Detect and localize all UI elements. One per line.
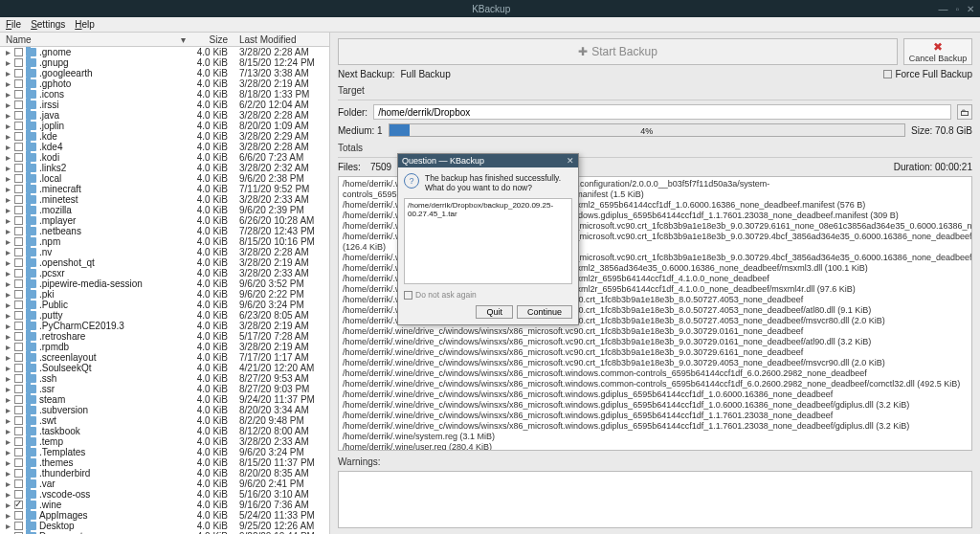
expand-icon[interactable]: ▸ (6, 457, 13, 468)
expand-icon[interactable]: ▸ (6, 321, 13, 331)
row-checkbox[interactable] (14, 90, 23, 99)
tree-row[interactable]: ▸.putty4.0 KiB6/23/20 8:05 AM (0, 310, 329, 321)
row-checkbox[interactable] (14, 290, 23, 299)
tree-row[interactable]: ▸.kde44.0 KiB3/28/20 2:28 AM (0, 142, 329, 152)
tree-row[interactable]: ▸.icons4.0 KiB8/18/20 1:33 PM (0, 89, 329, 100)
menu-file[interactable]: File (6, 19, 21, 30)
row-checkbox[interactable] (14, 522, 23, 530)
row-checkbox[interactable] (14, 237, 23, 246)
tree-row[interactable]: ▸.wine4.0 KiB9/16/20 7:36 AM (0, 500, 329, 510)
expand-icon[interactable]: ▸ (6, 89, 13, 100)
tree-row[interactable]: ▸.rpmdb4.0 KiB3/28/20 2:19 AM (0, 342, 329, 352)
dialog-close-icon[interactable]: ✕ (567, 156, 574, 166)
row-checkbox[interactable] (14, 364, 23, 372)
tree-row[interactable]: ▸.links24.0 KiB3/28/20 2:32 AM (0, 163, 329, 173)
expand-icon[interactable]: ▸ (6, 289, 13, 300)
row-checkbox[interactable] (14, 300, 23, 309)
menu-settings[interactable]: Settings (31, 19, 65, 30)
expand-icon[interactable]: ▸ (6, 68, 13, 78)
tree-row[interactable]: ▸.mozilla4.0 KiB9/6/20 2:39 PM (0, 205, 329, 215)
row-checkbox[interactable] (14, 195, 23, 204)
force-full-checkbox[interactable] (883, 70, 892, 78)
expand-icon[interactable]: ▸ (6, 257, 13, 268)
folder-input[interactable] (373, 104, 951, 120)
col-modified[interactable]: Last Modified (234, 34, 329, 45)
expand-icon[interactable]: ▸ (6, 47, 13, 57)
row-checkbox[interactable] (14, 322, 23, 330)
expand-icon[interactable]: ▸ (6, 100, 13, 110)
row-checkbox[interactable] (14, 458, 23, 467)
tree-row[interactable]: ▸.ssh4.0 KiB8/27/20 9:53 AM (0, 373, 329, 384)
row-checkbox[interactable] (14, 353, 23, 362)
row-checkbox[interactable] (14, 58, 23, 67)
expand-icon[interactable]: ▸ (6, 152, 13, 163)
row-checkbox[interactable] (14, 448, 23, 456)
row-checkbox[interactable] (14, 385, 23, 393)
dialog-path-box[interactable]: /home/derrik/Dropbox/backup_2020.09.25-0… (404, 198, 572, 284)
expand-icon[interactable]: ▸ (6, 394, 13, 405)
row-checkbox[interactable] (14, 185, 23, 193)
col-size[interactable]: Size (186, 34, 234, 45)
tree-row[interactable]: ▸.temp4.0 KiB3/28/20 2:33 AM (0, 436, 329, 447)
expand-icon[interactable]: ▸ (6, 300, 13, 310)
dialog-titlebar[interactable]: Question — KBackup ✕ (398, 154, 578, 167)
expand-icon[interactable]: ▸ (6, 384, 13, 394)
row-checkbox[interactable] (14, 164, 23, 172)
tree-row[interactable]: ▸.gnome4.0 KiB3/28/20 2:28 AM (0, 47, 329, 57)
expand-icon[interactable]: ▸ (6, 163, 13, 173)
tree-row[interactable]: ▸.kde4.0 KiB3/28/20 2:29 AM (0, 131, 329, 142)
tree-row[interactable]: ▸.mplayer4.0 KiB6/26/20 10:28 AM (0, 215, 329, 226)
tree-body[interactable]: ▸.gnome4.0 KiB3/28/20 2:28 AM▸.gnupg4.0 … (0, 47, 329, 534)
row-checkbox[interactable] (14, 216, 23, 225)
row-checkbox[interactable] (14, 490, 23, 499)
expand-icon[interactable]: ▸ (6, 110, 13, 121)
expand-icon[interactable]: ▸ (6, 57, 13, 68)
row-checkbox[interactable] (14, 343, 23, 351)
expand-icon[interactable]: ▸ (6, 510, 13, 521)
row-checkbox[interactable] (14, 48, 23, 56)
tree-row[interactable]: ▸.swt4.0 KiB8/2/20 9:48 PM (0, 415, 329, 426)
expand-icon[interactable]: ▸ (6, 405, 13, 415)
tree-row[interactable]: ▸.themes4.0 KiB8/15/20 11:37 PM (0, 457, 329, 468)
tree-row[interactable]: ▸AppImages4.0 KiB5/24/20 11:33 PM (0, 510, 329, 521)
continue-button[interactable]: Continue (517, 305, 572, 319)
row-checkbox[interactable] (14, 206, 23, 214)
row-checkbox[interactable] (14, 479, 23, 488)
row-checkbox[interactable] (14, 258, 23, 267)
folder-browse-button[interactable]: 🗀 (957, 104, 972, 120)
min-icon[interactable]: — (938, 4, 947, 14)
expand-icon[interactable]: ▸ (6, 236, 13, 247)
row-checkbox[interactable] (14, 153, 23, 162)
expand-icon[interactable]: ▸ (6, 426, 13, 436)
tree-row[interactable]: ▸.openshot_qt4.0 KiB3/28/20 2:19 AM (0, 257, 329, 268)
row-checkbox[interactable] (14, 406, 23, 414)
expand-icon[interactable]: ▸ (6, 478, 13, 489)
tree-row[interactable]: ▸.netbeans4.0 KiB7/28/20 12:43 PM (0, 226, 329, 236)
row-checkbox[interactable] (14, 374, 23, 383)
menu-help[interactable]: Help (75, 19, 95, 30)
tree-row[interactable]: ▸.minetest4.0 KiB3/28/20 2:33 AM (0, 194, 329, 205)
tree-row[interactable]: ▸Desktop4.0 KiB9/25/20 12:26 AM (0, 521, 329, 531)
expand-icon[interactable]: ▸ (6, 468, 13, 478)
row-checkbox[interactable] (14, 143, 23, 151)
tree-row[interactable]: ▸.taskbook4.0 KiB8/12/20 8:00 AM (0, 426, 329, 436)
tree-row[interactable]: ▸.gnupg4.0 KiB8/15/20 12:24 PM (0, 57, 329, 68)
expand-icon[interactable]: ▸ (6, 215, 13, 226)
expand-icon[interactable]: ▸ (6, 373, 13, 384)
tree-row[interactable]: ▸.var4.0 KiB9/6/20 2:41 PM (0, 478, 329, 489)
expand-icon[interactable]: ▸ (6, 521, 13, 531)
row-checkbox[interactable] (14, 69, 23, 78)
tree-row[interactable]: ▸.gphoto4.0 KiB3/28/20 2:19 AM (0, 78, 329, 89)
expand-icon[interactable]: ▸ (6, 247, 13, 257)
expand-icon[interactable]: ▸ (6, 447, 13, 457)
tree-row[interactable]: ▸.kodi4.0 KiB6/6/20 7:23 AM (0, 152, 329, 163)
tree-row[interactable]: ▸.nv4.0 KiB3/28/20 2:28 AM (0, 247, 329, 257)
row-checkbox[interactable] (14, 122, 23, 130)
expand-icon[interactable]: ▸ (6, 363, 13, 373)
tree-row[interactable]: ▸.ssr4.0 KiB8/27/20 9:03 PM (0, 384, 329, 394)
quit-button[interactable]: Quit (476, 305, 513, 319)
expand-icon[interactable]: ▸ (6, 268, 13, 278)
tree-row[interactable]: ▸.screenlayout4.0 KiB7/17/20 1:17 AM (0, 352, 329, 363)
row-checkbox[interactable] (14, 269, 23, 278)
tree-row[interactable]: ▸.Public4.0 KiB9/6/20 3:24 PM (0, 300, 329, 310)
